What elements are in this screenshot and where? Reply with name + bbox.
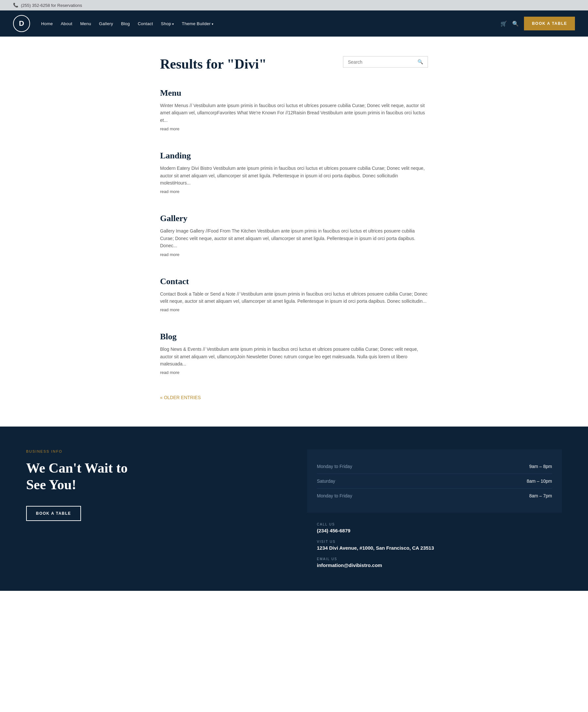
nav-about[interactable]: About	[58, 19, 76, 29]
result-title-blog: Blog	[160, 332, 428, 342]
read-more-contact[interactable]: read more	[160, 307, 428, 312]
result-title-menu: Menu	[160, 88, 428, 98]
top-bar: 📞 (255) 352-6258 for Reservations	[0, 0, 588, 10]
hours-day-2: Saturday	[317, 478, 335, 484]
footer-right: Monday to Friday 9am – 8pm Saturday 8am …	[307, 449, 562, 568]
phone-icon: 📞	[13, 3, 18, 8]
hours-table: Monday to Friday 9am – 8pm Saturday 8am …	[307, 449, 562, 513]
footer-headline-line2: See You!	[26, 477, 77, 492]
result-item-blog: Blog Blog News & Events // Vestibulum an…	[160, 332, 428, 378]
footer: BUSINESS INFO We Can't Wait to See You! …	[0, 427, 588, 591]
hours-time-3: 8am – 7pm	[529, 493, 552, 498]
nav-gallery[interactable]: Gallery	[96, 19, 116, 29]
business-info-label: BUSINESS INFO	[26, 449, 281, 453]
search-box[interactable]: 🔍	[343, 56, 428, 68]
contact-email: EMAIL US information@divibistro.com	[317, 557, 552, 568]
read-more-blog[interactable]: read more	[160, 370, 428, 375]
result-excerpt-gallery: Gallery Image Gallery //Food From The Ki…	[160, 227, 428, 249]
hours-time-1: 9am – 8pm	[529, 464, 552, 469]
footer-book-button[interactable]: BOOK A TABLE	[26, 506, 81, 521]
book-table-button[interactable]: BOOK A TABLE	[524, 17, 575, 30]
results-title: Results for "Divi"	[160, 56, 267, 72]
call-value: (234) 456-6879	[317, 528, 552, 533]
result-excerpt-contact: Contact Book a Table or Send a Note // V…	[160, 290, 428, 305]
result-excerpt-blog: Blog News & Events // Vestibulum ante ip…	[160, 346, 428, 367]
visit-value: 1234 Divi Avenue, #1000, San Francisco, …	[317, 545, 552, 551]
email-value: information@divibistro.com	[317, 562, 552, 568]
nav-right: 🛒 🔍 BOOK A TABLE	[501, 17, 575, 30]
logo[interactable]: D	[13, 15, 30, 32]
nav-blog[interactable]: Blog	[118, 19, 133, 29]
read-more-landing[interactable]: read more	[160, 189, 428, 194]
search-input[interactable]	[348, 60, 418, 65]
older-entries-link[interactable]: « OLDER ENTRIES	[160, 395, 201, 400]
result-item-landing: Landing Modern Eatery Divi Bistro Vestib…	[160, 151, 428, 197]
hours-day-1: Monday to Friday	[317, 464, 352, 469]
contact-call: CALL US (234) 456-6879	[317, 522, 552, 533]
result-title-gallery: Gallery	[160, 214, 428, 223]
hours-day-3: Monday to Friday	[317, 493, 352, 498]
result-excerpt-menu: Winter Menus // Vestibulum ante ipsum pr…	[160, 102, 428, 124]
result-title-landing: Landing	[160, 151, 428, 161]
read-more-gallery[interactable]: read more	[160, 252, 428, 257]
results-header: Results for "Divi" 🔍	[160, 56, 428, 72]
older-entries[interactable]: « OLDER ENTRIES	[160, 394, 428, 401]
search-icon[interactable]: 🔍	[512, 21, 519, 27]
main-content: Results for "Divi" 🔍 Menu Winter Menus /…	[153, 37, 435, 427]
result-title-contact: Contact	[160, 277, 428, 286]
hours-row-3: Monday to Friday 8am – 7pm	[317, 489, 552, 503]
hours-row-1: Monday to Friday 9am – 8pm	[317, 459, 552, 474]
visit-label: VISIT US	[317, 540, 552, 543]
footer-headline: We Can't Wait to See You!	[26, 460, 281, 493]
call-label: CALL US	[317, 522, 552, 526]
nav-contact[interactable]: Contact	[134, 19, 156, 29]
nav-shop[interactable]: Shop	[158, 19, 177, 29]
result-item-gallery: Gallery Gallery Image Gallery //Food Fro…	[160, 214, 428, 260]
navbar: D Home About Menu Gallery Blog Contact S…	[0, 10, 588, 37]
email-label: EMAIL US	[317, 557, 552, 561]
search-submit-icon[interactable]: 🔍	[418, 59, 423, 65]
footer-left: BUSINESS INFO We Can't Wait to See You! …	[26, 449, 281, 521]
footer-headline-line1: We Can't Wait to	[26, 460, 128, 476]
hours-row-2: Saturday 8am – 10pm	[317, 474, 552, 489]
cart-icon[interactable]: 🛒	[501, 21, 507, 27]
result-item-menu: Menu Winter Menus // Vestibulum ante ips…	[160, 88, 428, 134]
nav-home[interactable]: Home	[38, 19, 56, 29]
nav-left: D Home About Menu Gallery Blog Contact S…	[13, 15, 216, 32]
result-item-contact: Contact Contact Book a Table or Send a N…	[160, 277, 428, 316]
read-more-menu[interactable]: read more	[160, 126, 428, 131]
contact-visit: VISIT US 1234 Divi Avenue, #1000, San Fr…	[317, 540, 552, 551]
nav-links: Home About Menu Gallery Blog Contact Sho…	[38, 19, 216, 29]
result-excerpt-landing: Modern Eatery Divi Bistro Vestibulum ant…	[160, 165, 428, 187]
contact-info: CALL US (234) 456-6879 VISIT US 1234 Div…	[307, 522, 562, 568]
nav-theme-builder[interactable]: Theme Builder	[178, 19, 216, 29]
phone-text: (255) 352-6258 for Reservations	[21, 3, 82, 8]
hours-time-2: 8am – 10pm	[527, 478, 552, 484]
nav-menu[interactable]: Menu	[77, 19, 94, 29]
